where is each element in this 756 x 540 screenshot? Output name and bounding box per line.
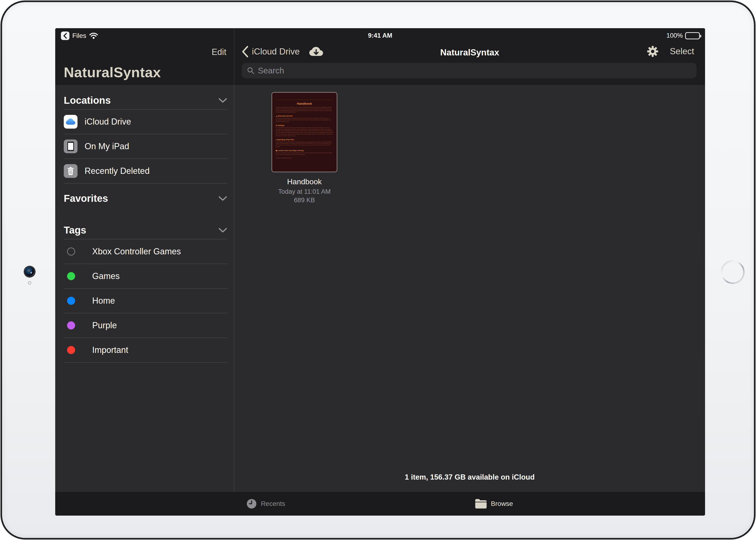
favorites-section-header[interactable]: Favorites: [64, 190, 227, 207]
favorites-title: Favorites: [64, 193, 108, 204]
tab-recents-label: Recents: [261, 500, 285, 507]
sidebar-item-recently-deleted[interactable]: Recently Deleted: [64, 159, 227, 183]
file-browser-content: Handbook Welcome to Natural Syntax, with…: [234, 85, 705, 492]
sidebar-app-title: NaturalSyntax: [64, 64, 161, 80]
select-button[interactable]: Select: [670, 47, 694, 57]
thumbnail-section-heading: ▦Lexical Color and Style Overlay: [276, 149, 333, 152]
thumbnail-section-body: At the top right of both the file browse…: [276, 127, 333, 137]
cloud-icon: ☁: [276, 115, 277, 117]
tag-circle-icon: [67, 297, 75, 305]
thumbnail-section-heading: ☁Discovery Service: [276, 115, 333, 117]
tag-circle-icon: [67, 322, 75, 330]
storage-summary: 1 item, 156.37 GB available on iCloud: [405, 473, 535, 481]
ambient-light-sensor: [28, 281, 32, 285]
sidebar-item-on-my-ipad[interactable]: On My iPad: [64, 134, 227, 159]
overlay-icon: ▦: [276, 150, 277, 151]
sidebar-item-label: iCloud Drive: [85, 117, 131, 127]
sidebar-item-icloud-drive[interactable]: iCloud Drive: [64, 109, 227, 134]
thumbnail-section-heading: ⤓Importing ePub Files: [276, 139, 333, 141]
thumbnail-section-body: At the top left of the file browser, you…: [276, 118, 333, 122]
icloud-drive-icon: [64, 115, 78, 129]
battery-percent-label: 100%: [666, 32, 683, 39]
locations-section-header[interactable]: Locations: [64, 92, 227, 109]
tag-label: Important: [92, 345, 128, 355]
status-time: 9:41 AM: [368, 32, 392, 39]
tag-circle-icon: [67, 346, 75, 354]
tag-item-important[interactable]: Important: [64, 338, 227, 362]
ipad-device-frame: Files 9:41 AM 100% Edit: [0, 0, 756, 540]
clock-icon: [246, 498, 257, 509]
locations-title: Locations: [64, 95, 111, 106]
sidebar: NaturalSyntax Locations: [55, 28, 234, 492]
chevron-down-icon: [218, 196, 227, 201]
cloud-download-icon[interactable]: [309, 47, 323, 57]
chevron-down-icon: [218, 227, 227, 233]
thumbnail-doc-title: Handbook: [276, 102, 333, 105]
sidebar-item-label: Recently Deleted: [85, 166, 149, 176]
back-button[interactable]: iCloud Drive: [242, 46, 323, 58]
file-size: 689 KB: [271, 197, 338, 204]
file-thumbnail: Handbook Welcome to Natural Syntax, with…: [272, 92, 337, 172]
sidebar-item-label: On My iPad: [85, 141, 129, 151]
tag-label: Xbox Controller Games: [92, 246, 181, 256]
front-camera: [25, 267, 34, 276]
trash-icon: [64, 164, 78, 178]
tag-label: Purple: [92, 321, 117, 331]
settings-gear-icon[interactable]: [647, 46, 659, 57]
battery-status: 100%: [666, 32, 700, 39]
file-modified-date: Today at 11:01 AM: [271, 188, 338, 196]
thumbnail-section-body: While you're reading your book, you can …: [276, 152, 333, 156]
tags-section-header[interactable]: Tags: [64, 221, 227, 239]
search-icon: [247, 67, 255, 74]
file-item-handbook[interactable]: Handbook Welcome to Natural Syntax, with…: [271, 92, 338, 204]
tag-circle-icon: [67, 247, 75, 256]
tags-title: Tags: [64, 224, 86, 236]
chevron-left-icon: [242, 46, 249, 58]
tab-browse-label: Browse: [491, 500, 513, 507]
tag-item-purple[interactable]: Purple: [64, 313, 227, 338]
tag-item-xbox-controller-games[interactable]: Xbox Controller Games: [64, 239, 227, 264]
tag-label: Home: [92, 296, 115, 306]
tab-browse[interactable]: Browse: [475, 492, 513, 516]
ipad-screen: Files 9:41 AM 100% Edit: [55, 28, 705, 516]
back-button-label: iCloud Drive: [252, 47, 300, 57]
thumbnail-closing-line: Thanks for using Natural Syntax!: [276, 158, 333, 159]
sidebar-divider: [234, 28, 234, 492]
tab-bar: Recents Browse: [55, 492, 705, 516]
thumbnail-section-body: You can import your own ePub files into …: [276, 141, 333, 148]
tag-item-home[interactable]: Home: [64, 288, 227, 313]
search-placeholder: Search: [258, 66, 284, 75]
tag-label: Games: [92, 271, 120, 281]
file-name: Handbook: [271, 177, 338, 186]
page-title: NaturalSyntax: [440, 48, 499, 58]
tab-recents[interactable]: Recents: [246, 492, 285, 516]
thumbnail-doc-intro: Welcome to Natural Syntax, within it you…: [276, 107, 333, 113]
folder-icon: [475, 498, 487, 509]
search-input[interactable]: Search: [242, 63, 696, 78]
thumbnail-section-heading: ⚙Settings: [276, 124, 333, 126]
home-button: [721, 260, 745, 284]
chevron-down-icon: [218, 97, 227, 103]
tag-item-games[interactable]: Games: [64, 264, 227, 288]
ipad-icon: [64, 140, 78, 153]
import-icon: ⤓: [276, 139, 276, 140]
battery-icon: [685, 32, 700, 39]
gear-icon: ⚙: [276, 125, 277, 126]
tag-circle-icon: [67, 272, 75, 280]
